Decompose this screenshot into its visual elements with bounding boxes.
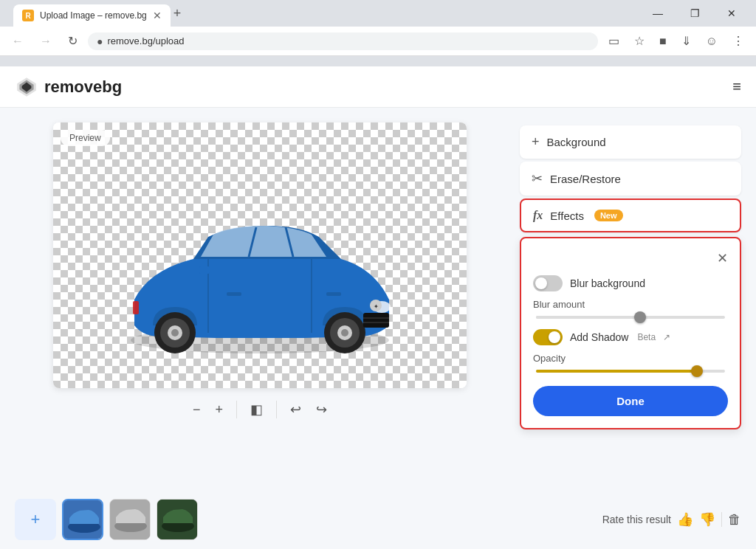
erase-icon: ✂ bbox=[532, 170, 543, 187]
logo[interactable]: removebg bbox=[15, 75, 122, 99]
rate-label: Rate this result bbox=[602, 514, 671, 525]
close-button[interactable]: ✕ bbox=[715, 1, 749, 25]
delete-button[interactable]: 🗑 bbox=[728, 512, 741, 528]
new-badge: New bbox=[594, 210, 623, 221]
external-link-icon[interactable]: ↗ bbox=[663, 332, 670, 342]
bottom-bar: + bbox=[0, 499, 756, 549]
zoom-in-button[interactable]: + bbox=[211, 398, 228, 422]
svg-text:R: R bbox=[25, 12, 31, 20]
beta-badge: Beta bbox=[637, 332, 656, 342]
thumbs-down-button[interactable]: 👎 bbox=[699, 511, 715, 528]
blur-amount-fill bbox=[536, 316, 640, 319]
thumbnail-1[interactable] bbox=[62, 499, 103, 540]
compare-button[interactable]: ◧ bbox=[246, 397, 267, 422]
maximize-button[interactable]: ❐ bbox=[678, 1, 712, 25]
fx-icon: fx bbox=[533, 209, 543, 222]
effects-close-button[interactable]: ✕ bbox=[717, 250, 728, 266]
add-shadow-toggle[interactable] bbox=[533, 329, 563, 345]
forward-button[interactable]: → bbox=[34, 32, 58, 51]
opacity-fill bbox=[536, 370, 697, 373]
shadow-toggle-slider bbox=[533, 329, 563, 345]
thumbnail-strip: + bbox=[15, 499, 198, 540]
svg-rect-24 bbox=[227, 292, 241, 296]
background-label: Background bbox=[547, 136, 606, 148]
svg-text:✦: ✦ bbox=[374, 303, 379, 310]
tab-title: Upload Image – remove.bg bbox=[40, 10, 147, 21]
erase-restore-button[interactable]: ✂ Erase/Restore bbox=[520, 162, 741, 196]
svg-rect-25 bbox=[326, 292, 341, 296]
address-bar[interactable]: ● remove.bg/upload bbox=[88, 32, 598, 50]
blur-amount-slider-container: Blur amount bbox=[533, 299, 728, 319]
tab-favicon: R bbox=[22, 10, 34, 21]
background-button[interactable]: + Background bbox=[520, 125, 741, 159]
thumb-canvas-1 bbox=[63, 500, 102, 539]
thumb-canvas-2 bbox=[110, 500, 150, 539]
new-tab-button[interactable]: + bbox=[173, 6, 182, 21]
redo-button[interactable]: ↪ bbox=[312, 397, 331, 422]
rate-bar: Rate this result 👍 👎 🗑 bbox=[602, 511, 741, 528]
app-container: removebg ≡ Preview bbox=[0, 66, 756, 549]
cast-button[interactable]: ▭ bbox=[602, 31, 625, 51]
add-shadow-label: Add Shadow bbox=[570, 331, 628, 343]
thumbnail-2[interactable] bbox=[109, 499, 151, 540]
thumbnail-3[interactable] bbox=[157, 499, 198, 540]
blur-background-row: Blur background bbox=[533, 275, 728, 291]
car-image: ✦ bbox=[112, 211, 408, 373]
plus-icon: + bbox=[532, 134, 540, 150]
undo-button[interactable]: ↩ bbox=[286, 397, 306, 422]
blur-background-toggle[interactable] bbox=[533, 275, 563, 291]
hamburger-menu[interactable]: ≡ bbox=[732, 78, 741, 95]
done-button[interactable]: Done bbox=[533, 386, 728, 416]
extensions-button[interactable]: ■ bbox=[653, 31, 673, 51]
toolbar-separator-1 bbox=[236, 401, 237, 418]
svg-rect-17 bbox=[363, 313, 389, 328]
preview-badge: Preview bbox=[61, 130, 110, 146]
download-button[interactable]: ⇓ bbox=[676, 31, 697, 51]
effects-button[interactable]: fx Effects New bbox=[520, 198, 741, 232]
erase-label: Erase/Restore bbox=[550, 173, 621, 185]
toolbar-separator-2 bbox=[276, 401, 277, 418]
blur-amount-track bbox=[536, 316, 725, 319]
rate-separator bbox=[721, 512, 722, 527]
opacity-thumb[interactable] bbox=[691, 365, 703, 377]
app-header: removebg ≡ bbox=[0, 66, 756, 108]
thumbs-up-button[interactable]: 👍 bbox=[677, 511, 693, 528]
secure-icon: ● bbox=[97, 35, 103, 47]
zoom-out-button[interactable]: − bbox=[188, 398, 205, 422]
browser-chrome: R Upload Image – remove.bg ✕ + — ❐ ✕ ← →… bbox=[0, 0, 756, 66]
svg-rect-26 bbox=[133, 301, 139, 314]
back-button[interactable]: ← bbox=[6, 32, 30, 51]
opacity-track bbox=[536, 370, 725, 373]
image-toolbar: − + ◧ ↩ ↪ bbox=[188, 397, 331, 422]
bookmark-button[interactable]: ☆ bbox=[628, 31, 650, 51]
add-shadow-row: Add Shadow Beta ↗ bbox=[533, 329, 728, 345]
tab-close-button[interactable]: ✕ bbox=[153, 10, 162, 21]
effects-label: Effects bbox=[550, 210, 584, 222]
profile-button[interactable]: ☺ bbox=[700, 31, 724, 51]
add-image-button[interactable]: + bbox=[15, 499, 56, 540]
right-panel: + Background ✂ Erase/Restore fx Effects … bbox=[520, 122, 741, 484]
logo-icon bbox=[15, 75, 38, 99]
refresh-button[interactable]: ↻ bbox=[62, 31, 83, 51]
blur-amount-label: Blur amount bbox=[533, 299, 728, 310]
image-panel: Preview bbox=[15, 122, 505, 484]
browser-tab[interactable]: R Upload Image – remove.bg ✕ bbox=[13, 4, 171, 27]
nav-actions: ▭ ☆ ■ ⇓ ☺ ⋮ bbox=[602, 31, 750, 51]
main-content: Preview bbox=[0, 108, 756, 499]
svg-point-15 bbox=[341, 329, 348, 336]
url-text: remove.bg/upload bbox=[107, 35, 184, 46]
logo-text: removebg bbox=[44, 77, 122, 97]
opacity-slider-container: Opacity bbox=[533, 353, 728, 373]
window-controls: — ❐ ✕ bbox=[641, 1, 749, 25]
blur-amount-thumb[interactable] bbox=[634, 311, 646, 323]
minimize-button[interactable]: — bbox=[641, 1, 675, 25]
menu-button[interactable]: ⋮ bbox=[726, 31, 750, 51]
blur-background-label: Blur background bbox=[570, 277, 645, 289]
thumb-canvas-3 bbox=[157, 500, 197, 539]
image-canvas: Preview bbox=[53, 122, 467, 388]
blur-toggle-slider bbox=[533, 275, 563, 291]
opacity-label: Opacity bbox=[533, 353, 728, 364]
effects-panel: ✕ Blur background Blur amount bbox=[520, 237, 741, 429]
effects-panel-header: ✕ bbox=[533, 250, 728, 266]
nav-bar: ← → ↻ ● remove.bg/upload ▭ ☆ ■ ⇓ ☺ ⋮ bbox=[0, 27, 756, 56]
